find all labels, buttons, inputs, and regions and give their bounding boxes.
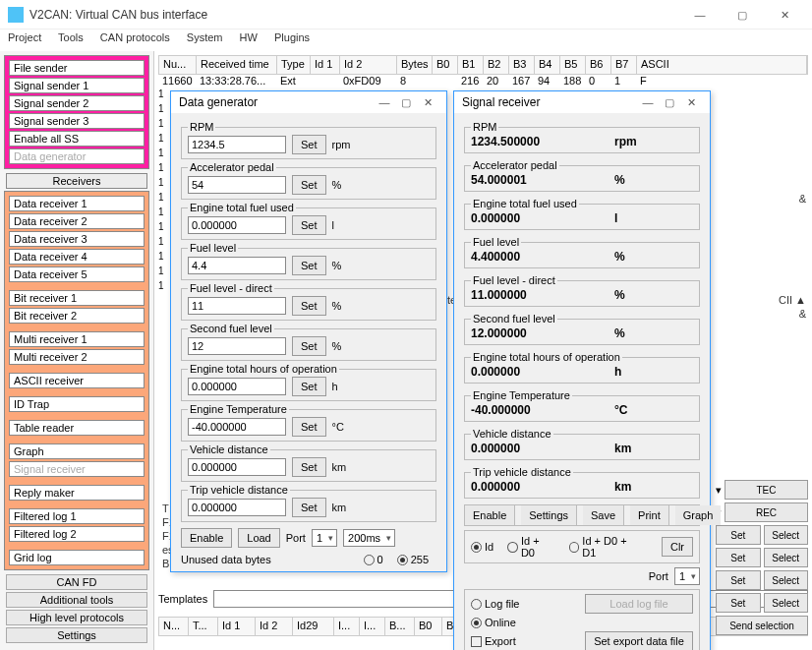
set-button-4[interactable]: Set xyxy=(716,593,761,613)
col-b2[interactable]: B2 xyxy=(484,56,509,74)
sr-online-radio[interactable]: Online xyxy=(471,617,516,628)
dg-field-set-button[interactable]: Set xyxy=(292,296,326,316)
dg-field-set-button[interactable]: Set xyxy=(292,256,326,275)
menu-plugins[interactable]: Plugins xyxy=(274,31,310,43)
dg-field-input[interactable] xyxy=(188,458,286,476)
set-button-3[interactable]: Set xyxy=(716,570,761,590)
dg-rate-select[interactable]: 200ms xyxy=(343,529,395,547)
multi-receiver-1[interactable]: Multi receiver 1 xyxy=(9,331,145,347)
dg-field-input[interactable] xyxy=(188,176,286,194)
set-button-1[interactable]: Set xyxy=(716,525,761,545)
dg-udb-255-radio[interactable]: 255 xyxy=(397,554,429,565)
chevron-down-icon[interactable]: ▾ xyxy=(716,484,722,497)
col-type[interactable]: Type xyxy=(277,56,311,74)
dg-field-input[interactable] xyxy=(188,297,286,315)
menu-project[interactable]: Project xyxy=(8,31,41,43)
sr-export-check[interactable]: Export xyxy=(471,635,516,647)
signal-sender-1[interactable]: Signal sender 1 xyxy=(9,78,145,93)
menu-system[interactable]: System xyxy=(187,31,223,43)
col-ascii[interactable]: ASCII xyxy=(637,56,807,74)
dg-close-button[interactable]: ✕ xyxy=(417,96,438,109)
can-fd-button[interactable]: CAN FD xyxy=(6,574,147,590)
sr-tab-enable[interactable]: Enable xyxy=(465,505,515,525)
col-num[interactable]: Nu... xyxy=(159,56,197,74)
sr-maximize-button[interactable]: ▢ xyxy=(659,96,680,109)
sr-id-radio[interactable]: Id xyxy=(471,541,493,553)
select-button-2[interactable]: Select xyxy=(764,548,809,567)
set-button-2[interactable]: Set xyxy=(716,548,761,567)
dg-field-input[interactable] xyxy=(188,418,286,436)
data-receiver-1[interactable]: Data receiver 1 xyxy=(9,196,145,211)
id-trap[interactable]: ID Trap xyxy=(9,396,145,412)
signal-sender-2[interactable]: Signal sender 2 xyxy=(9,95,145,111)
bit-receiver-1[interactable]: Bit receiver 1 xyxy=(9,290,145,306)
grid-row[interactable]: 11660 13:33:28.76... Ext 0xFD09 8 216 20… xyxy=(158,75,808,90)
reply-maker[interactable]: Reply maker xyxy=(9,485,145,501)
sr-minimize-button[interactable]: — xyxy=(637,96,659,108)
col-bytes[interactable]: Bytes xyxy=(397,56,433,74)
data-receiver-3[interactable]: Data receiver 3 xyxy=(9,231,145,247)
dg-field-set-button[interactable]: Set xyxy=(292,377,326,396)
rec-button[interactable]: REC xyxy=(725,502,808,522)
dg-field-set-button[interactable]: Set xyxy=(292,135,326,154)
dg-field-set-button[interactable]: Set xyxy=(292,215,326,235)
dg-load-button[interactable]: Load xyxy=(238,528,279,548)
data-receiver-4[interactable]: Data receiver 4 xyxy=(9,249,145,265)
dg-field-input[interactable] xyxy=(188,136,286,153)
dg-field-set-button[interactable]: Set xyxy=(292,417,326,437)
enable-all-ss[interactable]: Enable all SS xyxy=(9,131,145,147)
filtered-log-1[interactable]: Filtered log 1 xyxy=(9,508,145,524)
signal-sender-3[interactable]: Signal sender 3 xyxy=(9,113,145,129)
signal-receiver-item[interactable]: Signal receiver xyxy=(9,461,145,477)
col-id2[interactable]: Id 2 xyxy=(340,56,397,74)
col-b4[interactable]: B4 xyxy=(535,56,560,74)
grid-log[interactable]: Grid log xyxy=(9,550,145,565)
bit-receiver-2[interactable]: Bit receiver 2 xyxy=(9,308,145,324)
additional-tools-button[interactable]: Additional tools xyxy=(6,592,147,608)
sr-load-log-button[interactable]: Load log file xyxy=(585,594,693,614)
close-button[interactable]: ✕ xyxy=(765,3,804,27)
minimize-button[interactable]: — xyxy=(680,3,720,27)
col-b7[interactable]: B7 xyxy=(611,56,637,74)
tec-button[interactable]: TEC xyxy=(725,480,808,500)
sr-logfile-radio[interactable]: Log file xyxy=(471,598,519,610)
sr-set-export-button[interactable]: Set export data file xyxy=(585,631,693,650)
send-selection-button[interactable]: Send selection xyxy=(716,616,808,635)
sr-port-select[interactable]: 1 xyxy=(674,567,700,585)
select-button-1[interactable]: Select xyxy=(764,525,809,545)
sr-id-d0-d1-radio[interactable]: Id + D0 + D1 xyxy=(569,535,642,559)
sr-close-button[interactable]: ✕ xyxy=(680,96,702,109)
sr-tab-save[interactable]: Save xyxy=(583,505,624,525)
menu-tools[interactable]: Tools xyxy=(58,31,84,43)
dg-field-input[interactable] xyxy=(188,378,286,395)
sr-id-d0-radio[interactable]: Id + D0 xyxy=(507,535,554,559)
filtered-log-2[interactable]: Filtered log 2 xyxy=(9,526,145,542)
col-b1[interactable]: B1 xyxy=(458,56,484,74)
dg-field-set-button[interactable]: Set xyxy=(292,457,326,477)
col-id1[interactable]: Id 1 xyxy=(311,56,340,74)
high-level-protocols-button[interactable]: High level protocols xyxy=(6,610,147,625)
ascii-receiver[interactable]: ASCII receiver xyxy=(9,373,145,388)
multi-receiver-2[interactable]: Multi receiver 2 xyxy=(9,349,145,365)
dg-minimize-button[interactable]: — xyxy=(374,96,395,108)
maximize-button[interactable]: ▢ xyxy=(723,3,762,27)
data-receiver-2[interactable]: Data receiver 2 xyxy=(9,213,145,229)
sr-tab-print[interactable]: Print xyxy=(630,505,669,525)
settings-button[interactable]: Settings xyxy=(6,627,147,643)
dg-field-input[interactable] xyxy=(188,337,286,355)
data-receiver-5[interactable]: Data receiver 5 xyxy=(9,266,145,282)
sr-clr-button[interactable]: Clr xyxy=(662,537,693,557)
dg-field-input[interactable] xyxy=(188,257,286,274)
scroll-up-icon[interactable]: ▲ xyxy=(795,294,806,306)
select-button-3[interactable]: Select xyxy=(764,570,809,590)
menu-can-protocols[interactable]: CAN protocols xyxy=(100,31,170,43)
dg-field-input[interactable] xyxy=(188,499,286,516)
dg-field-set-button[interactable]: Set xyxy=(292,498,326,517)
col-b3[interactable]: B3 xyxy=(509,56,535,74)
dg-field-set-button[interactable]: Set xyxy=(292,336,326,356)
sr-tab-settings[interactable]: Settings xyxy=(521,505,577,525)
file-sender-item[interactable]: File sender xyxy=(9,60,145,76)
menu-hw[interactable]: HW xyxy=(240,31,258,43)
sr-tab-graph[interactable]: Graph xyxy=(675,505,722,525)
dg-field-set-button[interactable]: Set xyxy=(292,175,326,195)
